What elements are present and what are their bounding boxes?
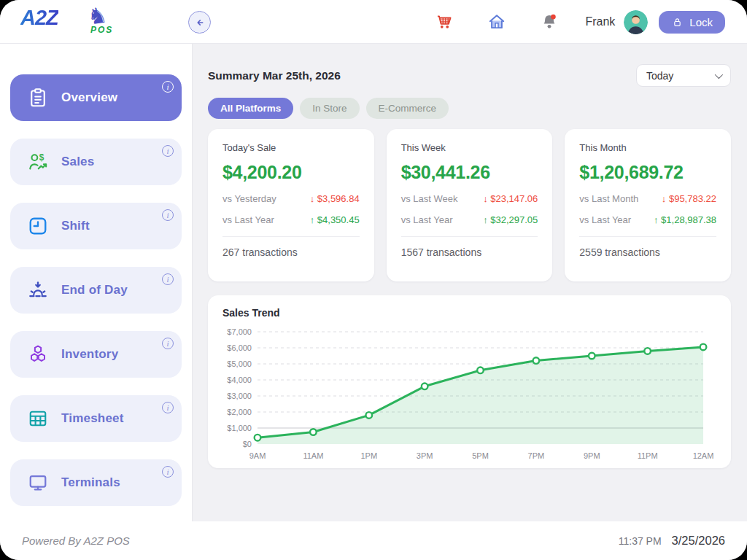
- sidebar-item-label: Timesheet: [61, 411, 124, 426]
- x-axis-tick-label: 11AM: [303, 451, 323, 460]
- sidebar-item-label: Inventory: [61, 347, 118, 362]
- cart-icon[interactable]: [435, 12, 454, 31]
- arrow-left-icon: [193, 16, 206, 29]
- chart-point[interactable]: [477, 368, 484, 374]
- stat-card-this-month: This Month $1,20,689.72 vs Last Month ↓ …: [565, 129, 731, 281]
- logo-text: A2Z: [20, 6, 58, 29]
- chart-title: Sales Trend: [222, 307, 716, 319]
- platform-tabs: All Platforms In Store E-Commerce: [208, 98, 731, 119]
- y-axis-tick-label: $1,000: [227, 424, 252, 432]
- sidebar-item-label: Sales: [61, 155, 94, 169]
- comparison-value-up: ↑ $1,28,987.38: [654, 214, 716, 225]
- notification-bell-icon[interactable]: [540, 12, 559, 31]
- divider: [401, 236, 538, 237]
- info-icon[interactable]: i: [162, 338, 174, 349]
- period-selected-value: Today: [646, 70, 673, 82]
- sidebar-item-overview[interactable]: Overview i: [10, 74, 182, 121]
- sales-trend-card: Sales Trend $0$1,000$2,000$3,000$4,000$5…: [208, 295, 731, 468]
- footer-bar: Powered By A2Z POS 11:37 PM 3/25/2026: [0, 521, 747, 560]
- sidebar-item-sales[interactable]: $ Sales i: [10, 139, 182, 185]
- comparison-value-up: ↑ $32,297.05: [483, 214, 538, 225]
- info-icon[interactable]: i: [162, 402, 174, 413]
- stat-card-amount: $30,441.26: [401, 162, 538, 183]
- sidebar-item-label: Terminals: [61, 475, 120, 490]
- powered-by-label: Powered By A2Z POS: [22, 534, 130, 547]
- chart-point[interactable]: [365, 412, 372, 419]
- tab-all-platforms[interactable]: All Platforms: [208, 98, 293, 119]
- stat-card-title: This Month: [579, 142, 716, 153]
- sidebar-item-terminals[interactable]: Terminals i: [10, 459, 182, 506]
- comparison-value-up: ↑ $4,350.45: [310, 214, 360, 225]
- chart-point[interactable]: [533, 357, 540, 364]
- sidebar-item-shift[interactable]: Shift i: [10, 203, 182, 249]
- svg-text:$: $: [39, 152, 44, 163]
- sidebar-item-inventory[interactable]: Inventory i: [10, 331, 182, 378]
- chart-point[interactable]: [589, 353, 595, 359]
- chart-point[interactable]: [644, 348, 651, 354]
- y-axis-tick-label: $0: [243, 440, 252, 448]
- x-axis-tick-label: 5PM: [472, 451, 489, 460]
- chevron-down-icon: [715, 70, 723, 78]
- x-axis-tick-label: 3PM: [417, 451, 433, 460]
- comparison-label: vs Last Year: [579, 214, 631, 225]
- monitor-icon: [26, 471, 50, 494]
- logo-subtext: POS: [90, 25, 113, 35]
- sales-person-icon: $: [26, 150, 50, 174]
- comparison-value-down: ↓ $23,147.06: [483, 193, 538, 204]
- footer-date: 3/25/2026: [672, 534, 725, 548]
- info-icon[interactable]: i: [162, 81, 174, 93]
- a2z-pos-logo[interactable]: A2Z ♞ POS: [20, 6, 123, 38]
- sidebar-item-timesheet[interactable]: Timesheet i: [10, 395, 182, 442]
- divider: [222, 236, 360, 237]
- tab-e-commerce[interactable]: E-Commerce: [366, 98, 449, 119]
- x-axis-tick-label: 7PM: [528, 451, 545, 460]
- stat-card-title: Today's Sale: [222, 142, 360, 153]
- sunset-icon: [26, 279, 50, 302]
- period-dropdown[interactable]: Today: [636, 64, 731, 87]
- clock-icon: [26, 214, 50, 238]
- y-axis-tick-label: $2,000: [227, 408, 252, 416]
- chart-point[interactable]: [422, 384, 428, 390]
- sidebar-item-label: Overview: [61, 90, 117, 105]
- x-axis-tick-label: 9AM: [249, 451, 266, 460]
- comparison-label: vs Last Month: [579, 193, 638, 204]
- transactions-count: 267 transactions: [222, 246, 360, 258]
- sidebar-item-label: Shift: [61, 219, 90, 233]
- back-button[interactable]: [188, 11, 211, 34]
- lock-icon: [671, 16, 684, 28]
- y-axis-tick-label: $6,000: [227, 343, 252, 352]
- user-name: Frank: [585, 15, 615, 28]
- home-icon[interactable]: [487, 12, 506, 31]
- footer-time: 11:37 PM: [619, 535, 662, 547]
- stat-card-title: This Week: [401, 142, 538, 153]
- tab-in-store[interactable]: In Store: [300, 98, 359, 119]
- chart-point[interactable]: [255, 435, 261, 441]
- comparison-label: vs Last Year: [401, 214, 453, 225]
- info-icon[interactable]: i: [162, 273, 174, 285]
- sidebar-item-end-of-day[interactable]: End of Day i: [10, 267, 182, 314]
- divider: [579, 236, 716, 237]
- comparison-value-down: ↓ $95,783.22: [662, 193, 716, 204]
- lock-button[interactable]: Lock: [659, 11, 725, 34]
- x-axis-tick-label: 1PM: [360, 451, 377, 460]
- chart-point[interactable]: [700, 344, 707, 351]
- transactions-count: 1567 transactions: [401, 246, 538, 258]
- info-icon[interactable]: i: [162, 209, 174, 221]
- comparison-label: vs Last Week: [401, 193, 458, 204]
- info-icon[interactable]: i: [162, 466, 174, 478]
- x-axis-tick-label: 11PM: [638, 451, 658, 460]
- user-avatar[interactable]: [624, 10, 648, 34]
- info-icon[interactable]: i: [162, 145, 174, 157]
- x-axis-tick-label: 12AM: [693, 451, 714, 460]
- sidebar: Overview i $ Sales i: [0, 44, 193, 521]
- stat-card-todays-sale: Today's Sale $4,200.20 vs Yesterday ↓ $3…: [208, 129, 374, 281]
- stat-cards: Today's Sale $4,200.20 vs Yesterday ↓ $3…: [208, 129, 731, 281]
- grid-table-icon: [26, 407, 50, 430]
- comparison-value-down: ↓ $3,596.84: [310, 193, 360, 204]
- chart-point[interactable]: [310, 429, 317, 435]
- top-header: A2Z ♞ POS: [0, 0, 747, 44]
- cubes-icon: [26, 343, 50, 366]
- stat-card-this-week: This Week $30,441.26 vs Last Week ↓ $23,…: [387, 129, 553, 281]
- lock-button-label: Lock: [689, 16, 713, 28]
- notification-dot: [551, 15, 556, 20]
